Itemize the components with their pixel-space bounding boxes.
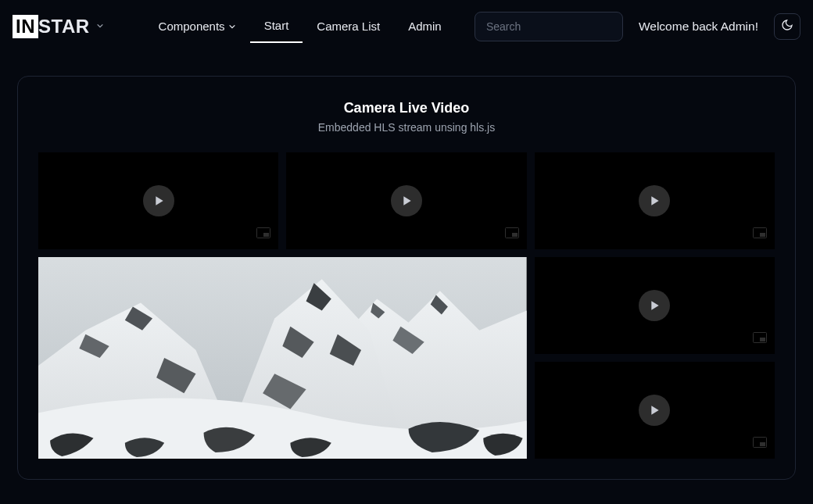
nav-label: Admin — [408, 20, 442, 33]
play-button[interactable] — [143, 185, 174, 216]
video-tile[interactable] — [286, 152, 526, 249]
video-tile-featured[interactable] — [38, 257, 527, 459]
header: INSTAR Components Start Camera List Admi… — [0, 0, 813, 52]
logo: INSTAR — [13, 15, 90, 38]
nav-camera-list[interactable]: Camera List — [303, 9, 394, 43]
pip-icon — [753, 332, 767, 346]
live-video-card: Camera Live Video Embedded HLS stream un… — [17, 76, 796, 480]
chevron-down-icon — [228, 20, 236, 33]
search-input[interactable] — [475, 12, 623, 41]
nav: Components Start Camera List Admin — [145, 9, 456, 43]
welcome-text: Welcome back Admin! — [639, 20, 758, 34]
play-icon — [154, 195, 165, 206]
logo-suffix: STAR — [38, 16, 90, 38]
pip-icon — [753, 437, 767, 451]
svg-rect-5 — [760, 233, 765, 237]
logo-prefix: IN — [13, 15, 38, 38]
pip-icon — [753, 227, 767, 241]
svg-rect-1 — [263, 233, 269, 237]
card-subtitle: Embedded HLS stream unsing hls.js — [38, 121, 775, 134]
nav-label: Camera List — [317, 20, 380, 33]
svg-rect-3 — [512, 233, 518, 237]
moon-icon — [781, 19, 793, 34]
nav-label: Start — [264, 19, 289, 32]
play-icon — [650, 195, 661, 206]
card-title: Camera Live Video — [38, 100, 775, 116]
theme-toggle-button[interactable] — [774, 13, 800, 40]
play-button[interactable] — [639, 290, 670, 321]
svg-rect-10 — [760, 442, 765, 446]
video-tile[interactable] — [535, 257, 775, 354]
play-button[interactable] — [639, 395, 670, 426]
play-icon — [402, 195, 413, 206]
chevron-down-icon — [96, 21, 104, 32]
pip-icon — [256, 227, 270, 241]
nav-components[interactable]: Components — [145, 9, 250, 43]
video-tile[interactable] — [38, 152, 278, 249]
nav-start[interactable]: Start — [250, 9, 303, 43]
pip-icon — [505, 227, 519, 241]
nav-label: Components — [159, 20, 225, 33]
play-button[interactable] — [639, 185, 670, 216]
play-icon — [650, 405, 661, 416]
play-icon — [650, 300, 661, 311]
video-tile[interactable] — [535, 152, 775, 249]
nav-admin[interactable]: Admin — [394, 9, 456, 43]
video-grid — [38, 152, 775, 459]
mountain-preview — [38, 257, 527, 459]
play-button[interactable] — [391, 185, 422, 216]
video-tile[interactable] — [535, 362, 775, 459]
logo-dropdown[interactable]: INSTAR — [13, 15, 104, 38]
svg-rect-8 — [760, 338, 765, 341]
